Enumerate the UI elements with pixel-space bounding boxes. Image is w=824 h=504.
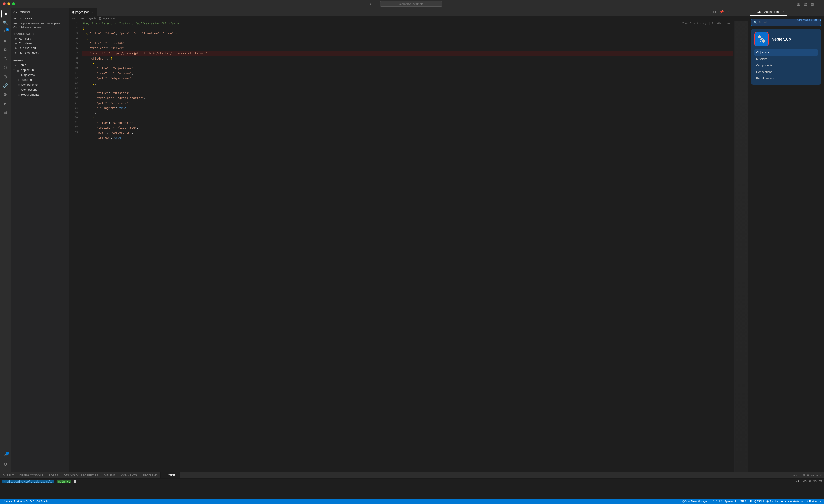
layout-icon-1[interactable]: ▥ — [796, 1, 801, 6]
code-line-1b: [ — [82, 26, 732, 31]
titlebar-search[interactable] — [380, 1, 442, 7]
sidebar-item-missions[interactable]: ⊞ Missions — [11, 78, 69, 82]
tab-comments[interactable]: COMMENTS — [118, 472, 140, 479]
status-blame[interactable]: ◎ You, 5 months ago — [682, 500, 707, 503]
activity-item-testing[interactable]: ⚗ — [1, 54, 9, 62]
back-button[interactable]: ‹ — [368, 2, 372, 6]
breadcrumb-file[interactable]: {} pages.json — [99, 17, 115, 20]
sidebar-item-home[interactable]: ⌂ Home — [11, 62, 69, 68]
run-clean-label: Run clean — [19, 42, 32, 45]
split-terminal-icon[interactable]: ⊟ — [802, 474, 805, 477]
breadcrumb-icon[interactable]: ↔ — [727, 9, 732, 15]
status-errors[interactable]: ⊗ 0 ⚠ 0 — [17, 500, 27, 503]
breadcrumb-layouts[interactable]: layouts — [88, 17, 97, 20]
breadcrumb-vision[interactable]: vision — [78, 17, 85, 20]
gradle-tasks-header: GRADLE TASKS — [11, 31, 69, 36]
maximize-button[interactable] — [12, 2, 15, 5]
gradle-task-run-clean[interactable]: ▶ Run clean — [11, 41, 69, 46]
terminal-time: ok 05:59:33 PM — [797, 480, 822, 483]
activity-item-timeline[interactable]: ◷ — [1, 73, 9, 81]
activity-item-search[interactable]: 🔍 — [1, 19, 9, 27]
code-line-11: "path": "objectives" — [82, 76, 732, 81]
tab-oml-vision-props[interactable]: OML VISION PROPERTIES — [61, 472, 101, 479]
status-prettier[interactable]: ✎ Prettier — [806, 500, 818, 503]
tab-output[interactable]: OUTPUT — [0, 472, 17, 479]
status-broadcast[interactable]: ⎋ — [820, 500, 822, 503]
code-line-7: "children": [ — [82, 56, 732, 61]
more-actions-icon[interactable]: ⋯ — [740, 9, 746, 15]
status-line-ending[interactable]: LF — [749, 500, 752, 503]
layout-icon-3[interactable]: ▤ — [810, 1, 815, 6]
add-terminal-icon[interactable]: + — [799, 474, 801, 477]
tab-file-icon: {} — [72, 10, 74, 14]
kepler-menu: Objectives Missions Components Connectio… — [754, 49, 818, 82]
status-git-graph[interactable]: Git Graph — [36, 500, 48, 503]
pin-icon[interactable]: 📌 — [719, 9, 725, 15]
tab-debug-console[interactable]: DEBUG CONSOLE — [17, 472, 46, 479]
right-panel-close-icon[interactable]: × — [783, 10, 784, 14]
gradle-task-run-build[interactable]: ▶ Run build — [11, 36, 69, 41]
tab-problems[interactable]: PROBLEMS — [140, 472, 161, 479]
testing-icon: ⚗ — [4, 56, 7, 61]
tab-pages-json[interactable]: {} pages.json × — [69, 8, 97, 16]
tab-gitlens[interactable]: GITLENS — [101, 472, 118, 479]
tab-ports[interactable]: PORTS — [46, 472, 61, 479]
split-editor-icon[interactable]: ⊡ — [712, 9, 717, 15]
activity-item-docker[interactable]: ⬡ — [1, 64, 9, 72]
code-area[interactable]: You, 3 months ago | 1 author (You) You, … — [80, 21, 734, 472]
status-encoding[interactable]: UTF-8 — [739, 500, 746, 503]
status-language[interactable]: {} JSON — [754, 500, 764, 503]
activity-item-copilot[interactable]: R — [1, 99, 9, 107]
kepler-title: Kepler16b — [771, 37, 791, 42]
kepler-menu-connections[interactable]: Connections — [754, 69, 818, 75]
activity-item-extensions[interactable]: ⧉ — [1, 46, 9, 54]
activity-item-links[interactable]: 🔗 — [1, 82, 9, 90]
window-controls[interactable] — [3, 2, 15, 5]
status-git-sync[interactable]: ⟳ 0 — [30, 500, 34, 503]
tab-terminal[interactable]: TERMINAL — [161, 472, 180, 479]
sidebar-menu-icon[interactable]: ⋯ — [63, 10, 66, 14]
terminal-content[interactable]: ~/git/pogi7/kepler16b-example main ✦1 ok… — [0, 479, 824, 499]
split-right-icon[interactable]: ⊟ — [734, 9, 738, 15]
kepler-menu-requirements[interactable]: Requirements — [754, 76, 818, 82]
sidebar-item-connections[interactable]: □ Connections — [11, 87, 69, 92]
gradle-task-run-stopfuseki[interactable]: ▶ Run stopFuseki — [11, 50, 69, 55]
prettier-text: ✎ Prettier — [806, 500, 818, 503]
activity-item-run[interactable]: ▶ — [1, 37, 9, 45]
requirements-label: Requirements — [21, 93, 39, 96]
tab-oml-vision-home[interactable]: ◻ OML Vision Home × — [750, 8, 787, 16]
status-ln-col[interactable]: Ln 1, Col 2 — [709, 500, 722, 503]
status-tabnine[interactable]: ◆ tabnine starter → — [781, 500, 803, 503]
layout-icon-2[interactable]: ▧ — [803, 1, 808, 6]
status-spaces[interactable]: Spaces: 2 — [725, 500, 736, 503]
sidebar-item-components[interactable]: ≡ Components — [11, 82, 69, 87]
terminal-more-icon[interactable]: ⋯ — [811, 474, 814, 477]
kepler-menu-missions[interactable]: Missions — [754, 56, 818, 62]
sidebar-item-kepler16b[interactable]: ▾ ▤ Kepler16b — [11, 68, 69, 73]
delete-terminal-icon[interactable]: 🗑 — [807, 474, 809, 477]
breadcrumb: src › vision › layouts › {} pages.json ›… — [69, 16, 748, 21]
activity-item-gitlens[interactable]: ⚙ — [1, 91, 9, 99]
forward-button[interactable]: › — [374, 2, 378, 6]
gradle-task-run-owlload[interactable]: ▶ Run owlLoad — [11, 46, 69, 50]
terminal-maximize-icon[interactable]: ∧ — [816, 474, 818, 477]
minimize-button[interactable] — [7, 2, 10, 5]
activity-item-oml-view[interactable]: ▤ — [1, 108, 9, 116]
close-button[interactable] — [3, 2, 6, 5]
status-branch[interactable]: ⎇ main ↺ — [2, 500, 15, 503]
activity-item-settings[interactable]: ⚙ — [1, 460, 9, 468]
kepler-menu-components[interactable]: Components — [754, 62, 818, 69]
activity-item-oml-vision[interactable]: 👁 2 — [1, 451, 9, 459]
right-panel-more-icon[interactable]: ⋯ — [819, 10, 822, 14]
activity-item-source-control[interactable]: ⑂ 3 — [1, 28, 9, 36]
sidebar-item-requirements[interactable]: ≡ Requirements — [11, 92, 69, 97]
kepler-menu-objectives[interactable]: Objectives — [754, 49, 818, 55]
status-go-live[interactable]: ◉ Go Live — [766, 500, 779, 503]
layout-icon-4[interactable]: ⊞ — [817, 1, 821, 6]
breadcrumb-ellipsis[interactable]: ... — [117, 17, 120, 20]
activity-item-explorer[interactable]: ⊞ — [1, 10, 9, 18]
sidebar-item-objectives[interactable]: □ Objectives — [11, 73, 69, 78]
breadcrumb-src[interactable]: src — [72, 17, 76, 20]
terminal-close-icon[interactable]: × — [820, 474, 822, 477]
tab-close-icon[interactable]: × — [92, 10, 94, 14]
